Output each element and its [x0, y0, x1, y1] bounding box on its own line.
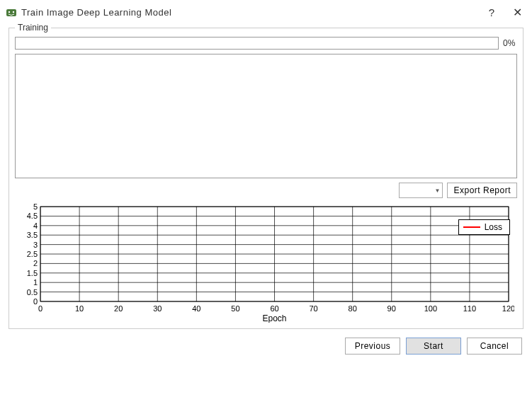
legend-line-icon — [463, 226, 480, 228]
titlebar: Train Image Deep Learning Model ? ✕ — [0, 0, 532, 23]
svg-text:30: 30 — [153, 304, 162, 313]
svg-text:120: 120 — [502, 304, 514, 313]
svg-text:4.5: 4.5 — [27, 212, 38, 220]
title-controls: ? ✕ — [485, 6, 523, 19]
app-icon — [6, 7, 17, 18]
svg-text:1.5: 1.5 — [27, 269, 38, 277]
dialog-footer: Previous Start Cancel — [0, 329, 532, 363]
export-report-button[interactable]: Export Report — [447, 183, 517, 198]
close-icon[interactable]: ✕ — [511, 6, 523, 19]
svg-point-2 — [13, 11, 14, 12]
svg-text:90: 90 — [387, 304, 396, 313]
progress-percent: 0% — [503, 38, 517, 48]
svg-text:1: 1 — [33, 278, 38, 287]
svg-text:70: 70 — [309, 304, 317, 313]
cancel-button[interactable]: Cancel — [467, 338, 522, 355]
legend-label: Loss — [485, 222, 502, 232]
svg-text:2.5: 2.5 — [27, 250, 38, 258]
progress-row: 0% — [15, 37, 517, 50]
window-title: Train Image Deep Learning Model — [21, 7, 481, 18]
previous-button[interactable]: Previous — [345, 338, 400, 355]
svg-text:40: 40 — [192, 304, 200, 313]
loss-chart: 00.511.522.533.544.550102030405060708090… — [15, 204, 517, 323]
training-legend: Training — [15, 23, 51, 33]
start-button[interactable]: Start — [406, 338, 461, 355]
svg-text:10: 10 — [75, 304, 84, 313]
svg-text:3.5: 3.5 — [27, 231, 38, 239]
svg-text:60: 60 — [270, 304, 278, 313]
chart-legend: Loss — [458, 219, 510, 235]
svg-text:3: 3 — [33, 241, 38, 249]
svg-text:Epoch: Epoch — [262, 313, 286, 323]
export-row: ▼ Export Report — [15, 183, 517, 198]
chevron-down-icon: ▼ — [435, 188, 441, 194]
progress-bar — [15, 37, 499, 50]
svg-text:20: 20 — [114, 304, 123, 313]
svg-text:100: 100 — [424, 304, 437, 313]
export-format-dropdown[interactable]: ▼ — [399, 183, 443, 198]
svg-text:2: 2 — [33, 259, 38, 267]
training-group: Training 0% ▼ Export Report 00.511.522.5… — [9, 28, 523, 329]
svg-text:0: 0 — [33, 297, 38, 306]
svg-text:5: 5 — [33, 204, 38, 211]
help-icon[interactable]: ? — [485, 6, 498, 18]
svg-text:0.5: 0.5 — [27, 288, 38, 296]
svg-text:80: 80 — [349, 304, 357, 313]
svg-text:4: 4 — [33, 221, 38, 230]
svg-point-1 — [9, 11, 10, 12]
log-output[interactable] — [15, 54, 517, 178]
svg-text:0: 0 — [38, 304, 43, 313]
svg-text:110: 110 — [463, 304, 476, 313]
svg-text:50: 50 — [231, 304, 239, 313]
